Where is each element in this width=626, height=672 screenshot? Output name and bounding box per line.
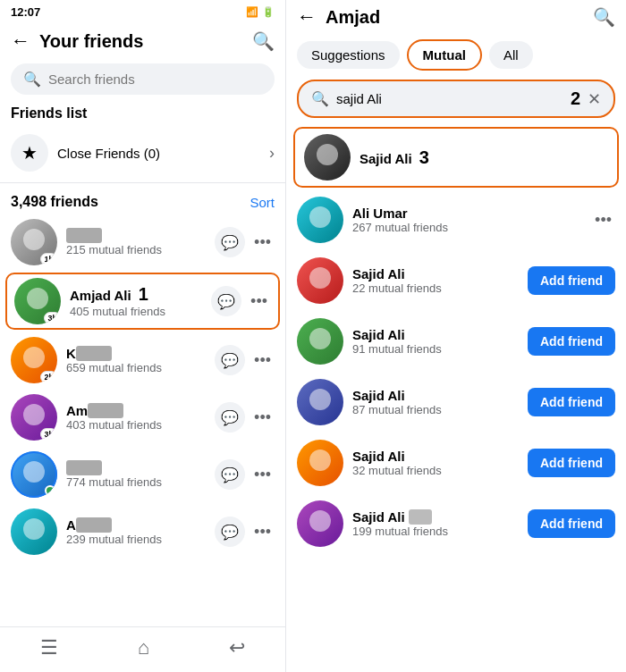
- chevron-right-icon: ›: [269, 144, 275, 163]
- list-item[interactable]: 2h Kah 659 mutual friends 💬 •••: [0, 332, 285, 389]
- mutual-count: 659 mutual friends: [66, 361, 206, 374]
- list-item[interactable]: Sajid Ali een 199 mutual friends Add fri…: [286, 493, 626, 554]
- right-search-icon[interactable]: 🔍: [593, 6, 615, 28]
- clear-search-button[interactable]: ✕: [588, 89, 601, 109]
- divider: [0, 182, 285, 183]
- status-bar: 12:07 📶 🔋: [0, 0, 285, 22]
- more-button[interactable]: •••: [250, 349, 275, 372]
- add-friend-button[interactable]: Add friend: [528, 509, 615, 538]
- avatar: [297, 318, 343, 365]
- mutual-info: Sajid Ali 91 mutual friends: [352, 327, 519, 356]
- list-item[interactable]: Sajid Ali 32 mutual friends Add friend: [286, 433, 626, 493]
- status-icons: 📶 🔋: [246, 6, 275, 18]
- left-header: ← Your friends 🔍: [0, 22, 285, 60]
- mutual-count: 22 mutual friends: [352, 281, 519, 295]
- close-friends-row[interactable]: ★ Close Friends (0) ›: [0, 127, 285, 179]
- mutual-name: Sajid Ali: [352, 327, 519, 342]
- more-button[interactable]: •••: [250, 407, 275, 429]
- friend-info: Ali 239 mutual friends: [66, 517, 206, 546]
- tab-suggestions[interactable]: Suggestions: [297, 41, 400, 69]
- avatar: [304, 134, 351, 181]
- menu-icon[interactable]: ☰: [40, 636, 58, 659]
- list-item[interactable]: 3h Amjad Ali 1 405 mutual friends 💬 •••: [5, 273, 280, 330]
- more-button[interactable]: •••: [591, 209, 615, 231]
- battery-icon: 🔋: [262, 6, 275, 18]
- mutual-name: Sajid Ali een: [352, 509, 519, 525]
- mutual-count: 774 mutual friends: [66, 475, 206, 489]
- back-button[interactable]: ←: [11, 29, 30, 53]
- more-button[interactable]: •••: [250, 464, 275, 486]
- time-badge: 3h: [40, 428, 57, 441]
- search-icon[interactable]: 🔍: [252, 30, 275, 52]
- friend-actions: 💬 •••: [215, 459, 275, 490]
- messenger-button[interactable]: 💬: [215, 227, 245, 257]
- mutual-count: 403 mutual friends: [66, 418, 206, 432]
- search-input[interactable]: [48, 71, 262, 87]
- right-search-bar: 🔍 2 ✕: [297, 80, 615, 118]
- friends-count-row: 3,498 friends Sort: [0, 187, 285, 214]
- time-badge: 1h: [40, 253, 57, 265]
- mutual-list: Sajid Ali 3 Ali Umar 267 mutual friends …: [286, 125, 626, 672]
- messenger-button[interactable]: 💬: [215, 517, 245, 547]
- tab-all[interactable]: All: [489, 41, 533, 69]
- list-item[interactable]: Sajid Ali 91 mutual friends Add friend: [286, 311, 626, 372]
- online-indicator: [45, 485, 55, 496]
- friend-name: l: [66, 460, 206, 475]
- messenger-button[interactable]: 💬: [215, 345, 245, 375]
- avatar: 3h: [14, 278, 61, 324]
- avatar: [297, 379, 343, 425]
- friend-actions: 💬 •••: [215, 402, 275, 433]
- messenger-button[interactable]: 💬: [215, 402, 245, 433]
- messenger-button[interactable]: 💬: [215, 459, 245, 490]
- list-item[interactable]: 3h Amhan 403 mutual friends 💬 •••: [0, 389, 285, 446]
- friend-info: ad Ali 215 mutual friends: [66, 228, 206, 256]
- home-icon[interactable]: ⌂: [138, 636, 149, 659]
- right-back-button[interactable]: ←: [297, 5, 317, 29]
- step-2-badge: 2: [571, 88, 580, 109]
- add-friend-button[interactable]: Add friend: [528, 327, 615, 356]
- more-button[interactable]: •••: [250, 521, 275, 543]
- add-friend-button[interactable]: Add friend: [528, 449, 615, 477]
- search-icon-inner: 🔍: [23, 71, 41, 88]
- messenger-button[interactable]: 💬: [211, 286, 241, 316]
- mutual-info: Sajid Ali 22 mutual friends: [352, 266, 519, 295]
- list-item[interactable]: Ali Umar 267 mutual friends •••: [286, 189, 626, 250]
- list-item[interactable]: Sajid Ali 22 mutual friends Add friend: [286, 250, 626, 311]
- list-item[interactable]: Sajid Ali 87 mutual friends Add friend: [286, 372, 626, 433]
- back-icon[interactable]: ↩: [229, 636, 245, 659]
- left-panel: 12:07 📶 🔋 ← Your friends 🔍 🔍 Friends lis…: [0, 0, 286, 672]
- add-friend-button[interactable]: Add friend: [528, 266, 615, 295]
- sort-button[interactable]: Sort: [250, 195, 275, 210]
- list-item[interactable]: l 774 mutual friends 💬 •••: [0, 446, 285, 503]
- friend-actions: 💬 •••: [215, 345, 275, 375]
- tab-mutual[interactable]: Mutual: [407, 39, 482, 71]
- list-item[interactable]: Sajid Ali 3: [293, 127, 619, 188]
- friend-name: Ali: [66, 517, 206, 533]
- mutual-name: Sajid Ali 3: [360, 147, 608, 168]
- friend-info: Amhan 403 mutual friends: [66, 403, 206, 432]
- add-friend-button[interactable]: Add friend: [528, 388, 615, 416]
- section-title: Friends list: [0, 102, 285, 127]
- mutual-count: 215 mutual friends: [66, 243, 206, 256]
- page-title: Your friends: [39, 31, 243, 52]
- list-item[interactable]: Ali 239 mutual friends 💬 •••: [0, 503, 285, 560]
- mutual-search-input[interactable]: [336, 91, 563, 106]
- avatar: [11, 508, 57, 555]
- list-item[interactable]: 1h ad Ali 215 mutual friends 💬 •••: [0, 214, 285, 271]
- mutual-info: Ali Umar 267 mutual friends: [352, 206, 582, 234]
- avatar: [297, 500, 343, 547]
- search-icon-right: 🔍: [311, 90, 329, 107]
- mutual-name: Ali Umar: [352, 206, 582, 221]
- more-button[interactable]: •••: [247, 290, 271, 313]
- right-panel: ← Amjad 🔍 Suggestions Mutual All 🔍 2 ✕ S…: [286, 0, 626, 672]
- more-button[interactable]: •••: [250, 231, 275, 254]
- time-badge: 3h: [44, 312, 61, 324]
- close-friends-label: Close Friends (0): [57, 146, 260, 161]
- mutual-count: 91 mutual friends: [352, 342, 519, 356]
- star-icon: ★: [11, 134, 48, 172]
- mutual-count: 267 mutual friends: [352, 221, 582, 234]
- avatar: [297, 257, 343, 304]
- friend-actions: 💬 •••: [215, 227, 275, 257]
- right-header: ← Amjad 🔍: [286, 0, 626, 36]
- friend-info: Kah 659 mutual friends: [66, 346, 206, 374]
